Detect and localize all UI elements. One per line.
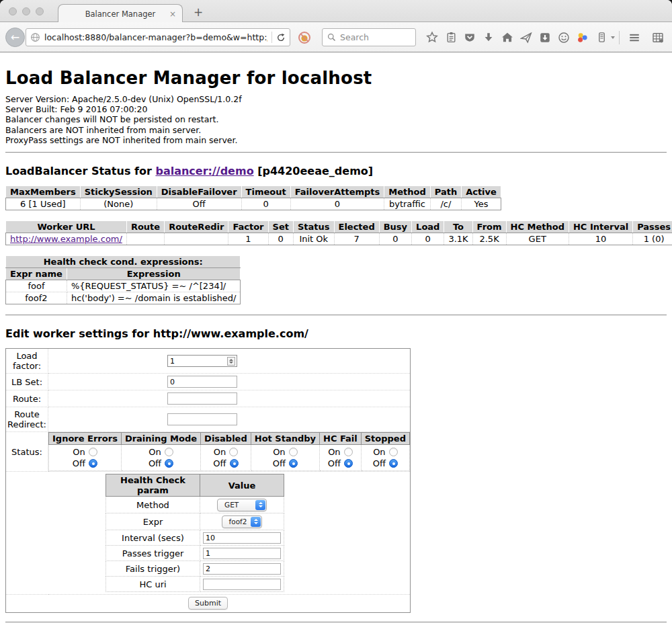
close-window-button[interactable] [9,7,17,15]
tab-bar: Balancer Manager × + [0,0,672,22]
ignore-errors-radios: On Off [49,445,122,471]
lb-set-label: LB Set: [6,374,48,390]
new-tab-button[interactable]: + [194,5,203,19]
search-bar[interactable]: Search [322,28,416,46]
from-value: 2.5K [472,233,506,245]
hc-uri-input[interactable] [203,579,281,590]
passes-trigger-input[interactable] [203,548,281,559]
select-stepper-icon [255,500,265,510]
balancer-status-table: MaxMembers StickySession DisableFailover… [5,185,501,210]
send-icon[interactable] [520,32,532,44]
draining-mode-on-radio[interactable] [165,448,173,456]
hc-fail-on-radio[interactable] [344,448,353,456]
search-placeholder[interactable]: Search [340,32,369,42]
col-stickysession: StickySession [80,186,157,198]
square-download-icon[interactable] [539,32,551,44]
factor-value: 1 [228,233,268,245]
off-label: Off [328,458,341,468]
balancer-demo-link[interactable]: balancer://demo [155,165,253,177]
interval-input[interactable] [203,532,281,544]
col-failoverattempts: FailoverAttempts [290,186,384,198]
route-row: Route: [6,390,411,407]
off-label: Off [373,458,386,468]
col-passes: Passes [633,221,672,233]
path-value: /c/ [430,198,461,210]
menu-icon[interactable] [628,32,640,44]
edit-worker-form: Load factor: LB Set: Route: Route Redire… [5,348,411,613]
draining-mode-off-radio[interactable] [165,459,173,468]
lb-set-row: LB Set: [6,374,411,390]
interval-label: Interval (secs) [106,530,200,546]
col-set: Set [268,221,293,233]
tab-close-icon[interactable]: × [169,9,176,19]
disabled-off-radio[interactable] [230,459,239,468]
maxmembers-value: 6 [1 Used] [6,198,81,210]
window-controls[interactable] [9,7,44,15]
reading-list-icon[interactable] [445,32,457,44]
hot-standby-off-radio[interactable] [289,459,298,468]
col-elected: Elected [334,221,379,233]
url-text[interactable]: localhost:8880/balancer-manager?b=demo&w… [44,32,267,42]
bookmark-star-icon[interactable] [426,32,438,44]
url-bar[interactable]: localhost:8880/balancer-manager?b=demo&w… [26,28,290,46]
lb-set-input[interactable] [167,376,237,388]
col-from: From [472,221,506,233]
hc-interval-value: 10 [569,233,632,245]
method-select[interactable]: GET [217,499,267,511]
dropdown-caret-icon[interactable] [611,36,615,39]
on-label: On [273,447,285,457]
col-factor: Factor [228,221,268,233]
pocket-icon[interactable] [464,32,476,44]
tab-balancer-manager[interactable]: Balancer Manager × [58,4,183,23]
home-icon[interactable] [501,32,513,44]
balancer-row: 6 [1 Used] (None) Off 0 0 bytraffic /c/ … [6,198,501,210]
page-content: Load Balancer Manager for localhost Serv… [0,52,672,623]
route-input[interactable] [167,392,237,405]
col-method: Method [384,186,430,198]
load-factor-row: Load factor: [6,349,411,374]
passes-trigger-label: Passes trigger [106,546,200,561]
ignore-errors-on-radio[interactable] [89,448,97,456]
stopped-on-radio[interactable] [389,448,398,456]
container-icon[interactable] [595,32,607,44]
downloads-icon[interactable] [482,32,495,44]
route-redirect-input[interactable] [167,413,237,425]
globe-icon [30,32,40,42]
route-value [126,233,164,245]
hot-standby-on-radio[interactable] [289,448,298,456]
submit-button[interactable]: Submit [188,597,228,610]
chat-icon[interactable] [558,32,570,44]
back-button[interactable]: ← [5,28,25,47]
block-icon[interactable] [298,31,311,44]
col-status: Status [293,221,334,233]
status-label: Status: [6,432,48,472]
col-hc-interval: HC Interval [569,221,632,233]
hc-fail-off-radio[interactable] [344,459,353,468]
fails-trigger-input[interactable] [203,563,281,575]
ignore-errors-off-radio[interactable] [89,459,97,468]
disabled-on-radio[interactable] [229,448,238,456]
load-factor-stepper-icon[interactable] [227,357,235,366]
stickysession-value: (None) [80,198,157,210]
submit-row: Submit [6,595,411,613]
stopped-off-radio[interactable] [389,459,398,468]
color-dots-icon[interactable] [577,32,589,44]
route-redirect-row: Route Redirect: [6,407,411,432]
divider [5,152,667,153]
to-value: 3.1K [444,233,472,245]
routeredir-value [165,233,228,245]
col-hc-fail: HC Fail [320,433,362,445]
status-table: Ignore Errors Draining Mode Disabled Hot… [48,432,410,471]
passes-row: Passes trigger [106,546,284,561]
on-label: On [373,447,385,457]
loadbalancer-status-heading: LoadBalancer Status for balancer://demo … [5,165,667,177]
col-routeredir: RouteRedir [165,221,228,233]
col-expr-name: Expr name [6,268,67,280]
tab-grid-icon[interactable] [652,32,664,44]
reload-icon[interactable] [276,33,286,42]
maximize-window-button[interactable] [36,7,44,15]
expr-select[interactable]: foof2 [222,515,263,528]
minimize-window-button[interactable] [22,7,30,15]
worker-url-link[interactable]: http://www.example.com/ [10,234,122,244]
search-icon [327,33,336,42]
